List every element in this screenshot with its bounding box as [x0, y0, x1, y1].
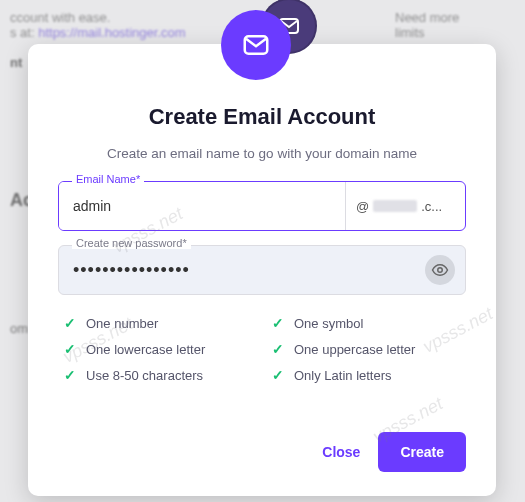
check-icon: ✓	[272, 367, 284, 383]
mail-icon-front	[221, 10, 291, 80]
svg-point-2	[438, 268, 443, 273]
password-label: Create new password*	[72, 237, 191, 249]
modal-title: Create Email Account	[58, 104, 466, 130]
modal-actions: Close Create	[322, 432, 466, 472]
check-icon: ✓	[272, 341, 284, 357]
close-button[interactable]: Close	[322, 444, 360, 460]
req-item: ✓One uppercase letter	[272, 341, 460, 357]
req-item: ✓One number	[64, 315, 252, 331]
email-name-label: Email Name*	[72, 173, 144, 185]
check-icon: ✓	[64, 367, 76, 383]
password-field: Create new password*	[58, 245, 466, 295]
req-item: ✓Use 8-50 characters	[64, 367, 252, 383]
create-button[interactable]: Create	[378, 432, 466, 472]
create-email-modal: Create Email Account Create an email nam…	[28, 44, 496, 496]
check-icon: ✓	[64, 315, 76, 331]
req-item: ✓One lowercase letter	[64, 341, 252, 357]
bg-link[interactable]: https://mail.hostinger.com	[38, 25, 185, 40]
check-icon: ✓	[64, 341, 76, 357]
eye-icon	[431, 261, 449, 279]
check-icon: ✓	[272, 315, 284, 331]
toggle-password-visibility[interactable]	[425, 255, 455, 285]
email-domain-display: @ .c...	[345, 182, 465, 230]
password-requirements: ✓One number ✓One symbol ✓One lowercase l…	[58, 315, 466, 383]
email-name-input[interactable]	[59, 182, 345, 230]
modal-subtitle: Create an email name to go with your dom…	[58, 146, 466, 161]
req-item: ✓One symbol	[272, 315, 460, 331]
password-input[interactable]	[73, 260, 425, 281]
req-item: ✓Only Latin letters	[272, 367, 460, 383]
modal-icon-stack	[207, 16, 317, 86]
email-name-field: Email Name* @ .c...	[58, 181, 466, 231]
